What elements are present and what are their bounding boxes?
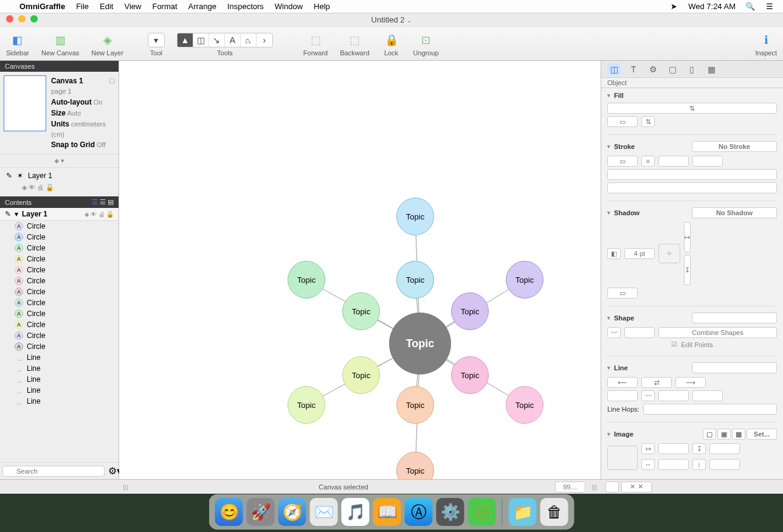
- contents-circle-item[interactable]: ACircle: [0, 243, 119, 254]
- new-layer-icon[interactable]: ◈: [98, 33, 117, 47]
- topic-node[interactable]: Topic: [396, 386, 434, 424]
- tool-selection[interactable]: ▲: [178, 33, 193, 47]
- forward-icon[interactable]: ⬚: [306, 33, 325, 47]
- canvas-thumbnail[interactable]: [4, 75, 46, 131]
- contents-line-item[interactable]: ⎯Line: [0, 396, 119, 407]
- image-tile-icon[interactable]: ▦: [732, 429, 745, 440]
- cursor-icon[interactable]: ➤: [669, 2, 678, 12]
- topic-node[interactable]: Topic: [506, 261, 543, 299]
- layer-toggles[interactable]: ◈ 👁 🖨 🔓: [0, 184, 119, 196]
- listview-icon[interactable]: ☰: [765, 2, 774, 12]
- tool-shape[interactable]: ◫: [193, 33, 209, 47]
- shadow-dropdown[interactable]: No Shadow: [692, 207, 777, 218]
- menubar-clock[interactable]: Wed 7:24 AM: [688, 2, 736, 11]
- dock-appstore[interactable]: Ⓐ: [405, 498, 433, 526]
- fill-color-swatch[interactable]: ▭: [607, 116, 638, 127]
- line-type-dropdown[interactable]: [692, 362, 777, 373]
- list-view-icon[interactable]: ☰: [92, 198, 98, 206]
- linehops-dropdown[interactable]: [643, 404, 777, 415]
- ruler-toggle-left[interactable]: |||: [119, 483, 132, 491]
- shadow-pt[interactable]: 4 pt: [624, 248, 655, 259]
- spotlight-icon[interactable]: 🔍: [745, 2, 755, 12]
- line-middle[interactable]: [658, 390, 689, 401]
- topic-node[interactable]: Topic: [506, 386, 543, 424]
- shape-radius[interactable]: [624, 327, 655, 338]
- zoom-button[interactable]: [30, 15, 38, 22]
- dock-finder[interactable]: 😊: [215, 498, 243, 526]
- inspector-tab-object[interactable]: ◫: [607, 63, 621, 75]
- combine-shapes-dropdown[interactable]: Combine Shapes: [658, 327, 777, 338]
- topic-node[interactable]: Topic: [396, 261, 434, 299]
- inspector-tab-document[interactable]: ▯: [685, 63, 698, 75]
- inspector-tab-text[interactable]: T: [627, 63, 640, 75]
- menu-help[interactable]: Help: [314, 2, 330, 11]
- shadow-y[interactable]: ↧: [684, 255, 691, 285]
- dock-downloads[interactable]: 📁: [509, 498, 537, 526]
- dock-mail[interactable]: ✉️: [310, 498, 338, 526]
- canvas-name[interactable]: Canvas 1: [51, 77, 83, 85]
- image-header[interactable]: Image: [614, 430, 633, 438]
- tool-text[interactable]: A: [225, 33, 241, 47]
- pencil-icon[interactable]: ✎: [6, 171, 12, 180]
- topic-node[interactable]: Topic: [288, 261, 325, 299]
- fill-stepper[interactable]: ⇅: [641, 116, 655, 127]
- stroke-color[interactable]: [658, 156, 689, 167]
- inspector-tab-canvas[interactable]: ▢: [666, 63, 679, 75]
- shadow-color[interactable]: ◧: [607, 248, 621, 259]
- contents-line-item[interactable]: ⎯Line: [0, 363, 119, 374]
- shape-curve-icon[interactable]: 〰: [607, 327, 621, 338]
- stroke-corner[interactable]: [607, 169, 777, 180]
- inspect-icon[interactable]: ℹ: [756, 33, 776, 47]
- contents-circle-item[interactable]: ACircle: [0, 319, 119, 330]
- contents-layer-name[interactable]: Layer 1: [22, 210, 47, 218]
- line-left-arrow[interactable]: ⟵: [607, 377, 638, 388]
- style-swatch[interactable]: [605, 482, 619, 492]
- dock-itunes[interactable]: 🎵: [342, 498, 370, 526]
- topic-node[interactable]: Topic: [288, 386, 325, 424]
- canvas[interactable]: TopicTopicTopicTopicTopicTopicTopicTopic…: [119, 61, 601, 479]
- minimize-button[interactable]: [18, 15, 26, 22]
- close-button[interactable]: [6, 15, 13, 22]
- sidebar-toggle-icon[interactable]: ◧: [8, 33, 27, 47]
- contents-line-item[interactable]: ⎯Line: [0, 385, 119, 396]
- topic-node[interactable]: Topic: [451, 356, 489, 394]
- stroke-width[interactable]: ▭: [607, 156, 638, 167]
- dock-safari[interactable]: 🧭: [278, 498, 306, 526]
- dock-omnigraffle[interactable]: ❇️: [468, 498, 496, 526]
- lock-icon[interactable]: 🔒: [382, 33, 401, 47]
- img-h[interactable]: [709, 459, 740, 470]
- new-canvas-icon[interactable]: ▥: [50, 33, 70, 47]
- contents-circle-item[interactable]: ACircle: [0, 297, 119, 308]
- topic-node[interactable]: Topic: [342, 356, 380, 394]
- layer-name[interactable]: Layer 1: [28, 171, 112, 180]
- menu-format[interactable]: Format: [152, 2, 177, 11]
- contents-circle-item[interactable]: ACircle: [0, 286, 119, 297]
- dock-launchpad[interactable]: 🚀: [247, 498, 275, 526]
- contents-circle-item[interactable]: ACircle: [0, 232, 119, 243]
- fill-header[interactable]: Fill: [607, 92, 777, 99]
- dock-preferences[interactable]: ⚙️: [436, 498, 464, 526]
- menubar-app[interactable]: OmniGraffle: [19, 2, 65, 11]
- tool-dropdown[interactable]: ▾: [148, 33, 164, 47]
- menu-window[interactable]: Window: [275, 2, 303, 11]
- contents-circle-item[interactable]: ACircle: [0, 275, 119, 286]
- editpoints-label[interactable]: Edit Points: [681, 341, 713, 348]
- pencil-icon[interactable]: ✎: [5, 210, 11, 218]
- stroke-dropdown[interactable]: No Stroke: [692, 141, 777, 152]
- stroke-header[interactable]: Stroke: [614, 143, 635, 150]
- shadow-blur[interactable]: ▭: [607, 288, 638, 299]
- image-well[interactable]: [607, 446, 638, 470]
- ungroup-icon[interactable]: ⊡: [416, 33, 436, 47]
- inspector-tab-stencils[interactable]: ▦: [705, 63, 718, 75]
- tool-line[interactable]: ↘: [209, 33, 225, 47]
- line-mid[interactable]: ⇄: [641, 377, 672, 388]
- line-curve-icon[interactable]: 〰: [641, 390, 655, 401]
- image-fill-icon[interactable]: ▣: [717, 429, 731, 440]
- ruler-toggle-right[interactable]: |||: [588, 483, 601, 491]
- contents-circle-item[interactable]: ACircle: [0, 341, 119, 352]
- style-tray[interactable]: ✕ ✕: [621, 482, 652, 492]
- shadow-x[interactable]: ↦: [684, 222, 691, 252]
- img-w[interactable]: [658, 459, 689, 470]
- img-y[interactable]: [709, 443, 740, 454]
- contents-circle-item[interactable]: ACircle: [0, 308, 119, 319]
